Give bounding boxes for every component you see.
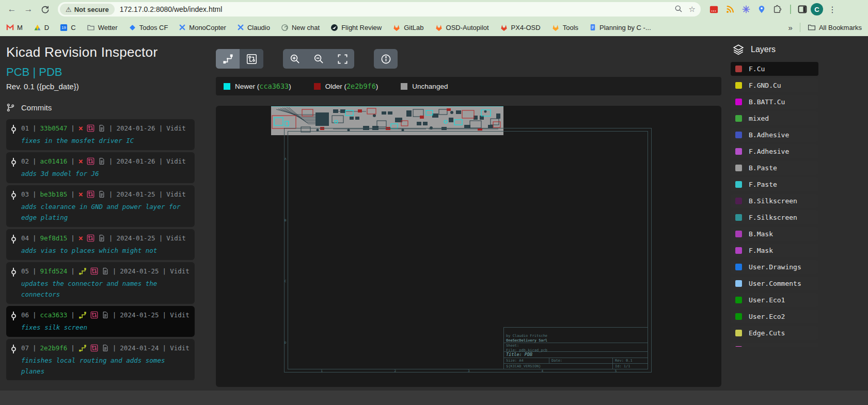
commit-body: 01|33b0547|×|2024-01-26|Vidit Katfixes i… [21, 123, 190, 146]
commit-hash[interactable]: 9ef8d15 [40, 233, 68, 243]
bookmark-star-icon[interactable]: ☆ [689, 5, 696, 14]
menu-kebab-icon[interactable]: ⋮ [826, 5, 839, 14]
title-block-author: by Claudio Fritsche [506, 334, 648, 338]
layer-item-user-comments[interactable]: User.Comments [731, 277, 818, 290]
bookmark-c[interactable]: 19C [60, 24, 75, 31]
url-text[interactable]: 172.17.0.2:8080/web/index.html [120, 5, 222, 13]
pcb-canvas[interactable]: 12345ABCD by Claudio Fritsche OneSecDeli… [216, 106, 721, 387]
red-panel-icon[interactable] [709, 5, 719, 14]
layer-item-f-adhesive[interactable]: F.Adhesive [731, 144, 818, 158]
commit-item-cca3633[interactable]: 06|cca3633||2024-01-25|Vidit Katfixes si… [6, 306, 195, 337]
bookmark-m[interactable]: M [6, 24, 23, 31]
bookmark-label: MonoCopter [189, 24, 226, 31]
commit-hash[interactable]: be3b185 [40, 189, 68, 199]
schematic-diff-icon[interactable] [78, 344, 87, 352]
doc-icon[interactable] [102, 311, 109, 319]
commit-item-be3b185[interactable]: 03|be3b185|×|2024-01-25|Vidit Katadds cl… [6, 185, 195, 227]
commit-author: Vidit Kat [166, 233, 190, 243]
bookmark-flight-review[interactable]: Flight Review [330, 24, 382, 31]
doc-icon[interactable] [98, 124, 105, 132]
url-bar[interactable]: ⚠ Not secure 172.17.0.2:8080/web/index.h… [58, 2, 701, 17]
pcb-diff-icon[interactable] [87, 234, 94, 242]
bookmarks-overflow-chevron[interactable]: » [788, 23, 793, 32]
zoom-in-button[interactable] [283, 49, 307, 69]
layer-item-f-silkscreen[interactable]: F.Silkscreen [731, 210, 818, 224]
commit-item-91fd524[interactable]: 05|91fd524||2024-01-25|Vidit Katupdates … [6, 262, 195, 304]
commit-hash[interactable]: 91fd524 [40, 266, 68, 276]
separator: | [163, 310, 167, 320]
layer-item-b-batt-cu[interactable]: B.BATT.Cu [731, 95, 818, 109]
schematic-diff-icon[interactable] [78, 311, 87, 319]
pcb-view-button[interactable] [240, 49, 263, 69]
commit-item-ac01416[interactable]: 02|ac01416|×|2024-01-26|Vidit Katadds 3d… [6, 152, 195, 183]
zoom-magnifier-icon[interactable] [674, 5, 683, 14]
bookmark-osd-autopilot[interactable]: OSD-Autopilot [435, 24, 489, 31]
commit-hash[interactable]: cca3633 [40, 310, 68, 320]
maps-pin-icon[interactable] [757, 5, 766, 14]
bookmark-d[interactable]: D [34, 24, 49, 31]
commit-hash[interactable]: 33b0547 [40, 123, 68, 133]
doc-icon[interactable] [98, 190, 105, 198]
pcb-diff-icon[interactable] [87, 157, 94, 165]
profile-avatar[interactable]: C [811, 3, 823, 15]
rss-icon[interactable] [725, 5, 735, 14]
no-diff-x-icon: × [78, 158, 83, 165]
bookmark-planning-by-c[interactable]: Planning by C -... [589, 23, 651, 31]
layer-item-edge-cuts[interactable]: Edge.Cuts [731, 326, 818, 340]
layer-item-user-eco1[interactable]: User.Eco1 [731, 293, 818, 307]
pcb-link[interactable]: PCB [6, 66, 29, 78]
bookmark-todos-cf[interactable]: Todos CF [129, 24, 168, 31]
pcb-diff-icon[interactable] [90, 344, 98, 352]
schematic-diff-view-button[interactable] [216, 49, 240, 69]
commit-item-9ef8d15[interactable]: 04|9ef8d15|×|2024-01-25|Vidit Katadds vi… [6, 229, 195, 260]
layer-item-user-eco2[interactable]: User.Eco2 [731, 310, 818, 323]
info-button[interactable] [374, 49, 398, 69]
browser-chrome: ← → ⚠ Not secure 172.17.0.2:8080/web/ind… [0, 0, 868, 36]
doc-icon[interactable] [102, 267, 109, 275]
side-panel-icon[interactable] [797, 4, 808, 14]
bookmark-new-chat[interactable]: New chat [281, 24, 320, 31]
zoom-out-button[interactable] [307, 49, 330, 69]
forward-icon[interactable]: → [22, 4, 35, 14]
pcb-diff-icon[interactable] [90, 267, 98, 275]
doc-icon[interactable] [102, 344, 109, 352]
layer-item-b-silkscreen[interactable]: B.Silkscreen [731, 194, 818, 208]
layer-color-swatch [735, 247, 742, 254]
bookmark-px4-osd[interactable]: PX4-OSD [500, 24, 541, 31]
snowflake-icon[interactable] [741, 5, 751, 14]
bookmark-wetter[interactable]: Wetter [87, 24, 118, 31]
layer-item-f-gnd-cu[interactable]: F.GND.Cu [731, 78, 818, 92]
layer-item-b-mask[interactable]: B.Mask [731, 227, 818, 241]
revision-label: Rev. 0.1 ({pcb_date}) [6, 82, 195, 91]
commit-item-2e2b9f6[interactable]: 07|2e2b9f6||2024-01-24|Vidit Katfinishes… [6, 339, 195, 380]
security-chip[interactable]: ⚠ Not secure [60, 4, 115, 15]
layer-item-f-paste[interactable]: F.Paste [731, 177, 818, 191]
commit-item-33b0547[interactable]: 01|33b0547|×|2024-01-26|Vidit Katfixes i… [6, 119, 195, 150]
bookmark-claudio[interactable]: Claudio [237, 24, 270, 31]
layer-item-mixed[interactable]: mixed [731, 111, 818, 125]
doc-icon[interactable] [98, 157, 105, 165]
schematic-diff-icon[interactable] [78, 267, 87, 276]
zoom-fit-button[interactable] [330, 49, 354, 69]
layer-item-b-adhesive[interactable]: B.Adhesive [731, 128, 818, 142]
commit-hash[interactable]: ac01416 [40, 156, 68, 166]
bookmark-gitlab[interactable]: GitLab [392, 24, 423, 31]
separator: | [71, 266, 75, 276]
back-icon[interactable]: ← [5, 4, 19, 14]
reload-icon[interactable] [38, 4, 52, 14]
layer-item-f-mask[interactable]: F.Mask [731, 244, 818, 257]
pdb-link[interactable]: PDB [39, 66, 62, 78]
bookmark-tools[interactable]: Tools [551, 24, 578, 31]
pcb-diff-icon[interactable] [87, 124, 94, 132]
bookmark-monocopter[interactable]: MonoCopter [179, 24, 226, 31]
layer-item-user-drawings[interactable]: User.Drawings [731, 260, 818, 274]
layer-item-f-cu[interactable]: F.Cu [731, 62, 818, 76]
all-bookmarks-button[interactable]: All Bookmarks [808, 23, 862, 31]
extensions-jar-icon[interactable] [772, 5, 782, 14]
doc-icon[interactable] [98, 234, 105, 242]
layer-item-margin[interactable]: Margin [731, 343, 818, 347]
pcb-diff-icon[interactable] [87, 190, 94, 198]
commit-hash[interactable]: 2e2b9f6 [40, 343, 68, 353]
layer-item-b-paste[interactable]: B.Paste [731, 161, 818, 175]
pcb-diff-icon[interactable] [90, 311, 98, 319]
